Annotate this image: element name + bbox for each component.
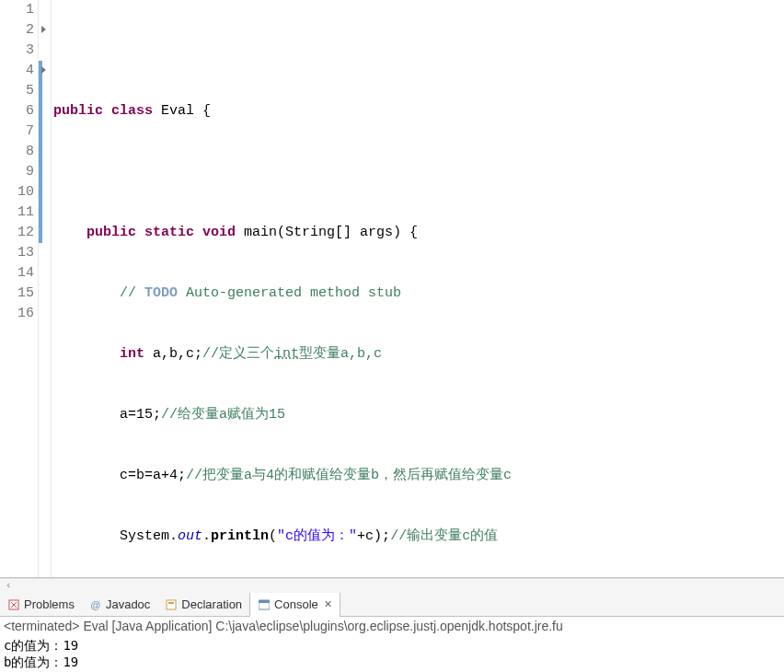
tab-label: Problems [24, 597, 75, 611]
marker-strip [39, 0, 52, 577]
tab-javadoc[interactable]: @ Javadoc [82, 593, 157, 617]
javadoc-icon: @ [89, 598, 102, 611]
view-tabs: Problems @ Javadoc Declaration Console ✕ [0, 593, 784, 617]
keyword: public [53, 103, 103, 119]
comment: //定义三个 [202, 346, 274, 362]
line-number: 3 [0, 41, 34, 61]
svg-rect-6 [259, 600, 270, 603]
change-marker [39, 81, 42, 101]
comment: int [274, 346, 299, 362]
code-text: a=15; [120, 407, 161, 423]
keyword: int [120, 346, 144, 362]
fold-icon[interactable] [41, 26, 46, 33]
code-area[interactable]: public class Eval { public static void m… [52, 0, 784, 577]
line-number: 10 [0, 182, 34, 203]
problems-icon [7, 598, 20, 611]
console-icon [258, 598, 271, 611]
console-line: b的值为：19 [4, 654, 780, 670]
horizontal-scrollbar[interactable] [0, 578, 784, 593]
line-number: 1 [0, 0, 34, 20]
code-text: ( [269, 528, 277, 544]
bottom-panel: Problems @ Javadoc Declaration Console ✕… [0, 593, 784, 672]
editor-panel: 1 2 3 4 5 6 7 8 9 10 11 12 13 14 15 16 [0, 0, 784, 593]
tab-label: Console [274, 597, 318, 611]
line-number: 9 [0, 162, 34, 182]
comment: Auto-generated method stub [178, 285, 401, 301]
line-number: 2 [0, 20, 34, 41]
line-number: 5 [0, 81, 34, 101]
change-marker [39, 142, 42, 162]
line-number: 6 [0, 101, 34, 122]
line-number: 15 [0, 284, 34, 304]
svg-rect-4 [168, 602, 174, 604]
string-literal: "c的值为：" [277, 528, 357, 544]
comment: //把变量a与4的和赋值给变量b，然后再赋值给变量c [186, 468, 512, 483]
close-icon[interactable]: ✕ [322, 598, 332, 610]
tab-console[interactable]: Console ✕ [249, 593, 340, 617]
code-editor[interactable]: 1 2 3 4 5 6 7 8 9 10 11 12 13 14 15 16 [0, 0, 784, 578]
comment: // [120, 285, 144, 301]
code-text: System. [120, 528, 178, 544]
change-marker [39, 203, 42, 223]
line-number-gutter: 1 2 3 4 5 6 7 8 9 10 11 12 13 14 15 16 [0, 0, 39, 577]
keyword: void [202, 225, 236, 240]
todo-tag: TODO [144, 285, 178, 301]
change-marker [39, 182, 42, 203]
tab-label: Declaration [181, 597, 242, 611]
declaration-icon [165, 598, 178, 611]
line-number: 7 [0, 122, 34, 142]
tab-label: Javadoc [106, 597, 150, 611]
code-text: . [202, 528, 211, 544]
change-marker [39, 101, 42, 122]
change-marker [39, 162, 42, 182]
change-marker [39, 122, 42, 142]
console-output[interactable]: c的值为：19 b的值为：19 [0, 635, 784, 672]
tab-declaration[interactable]: Declaration [157, 593, 249, 617]
keyword: class [111, 103, 153, 119]
code-text: +c); [357, 528, 390, 544]
keyword: static [144, 225, 194, 240]
code-text: c=b=a+4; [120, 468, 186, 483]
code-text: Eval { [153, 103, 211, 119]
line-number: 11 [0, 203, 34, 223]
console-line: c的值为：19 [4, 637, 780, 654]
change-marker [39, 223, 42, 243]
code-text: main(String[] args) { [236, 225, 418, 240]
code-text: a,b,c; [144, 346, 202, 362]
console-status: <terminated> Eval [Java Application] C:\… [0, 617, 784, 635]
line-number: 4 [0, 61, 34, 81]
line-number: 13 [0, 243, 34, 263]
line-number: 12 [0, 223, 34, 243]
comment: //给变量a赋值为15 [161, 407, 285, 423]
line-number: 16 [0, 304, 34, 324]
comment: 型变量a,b,c [299, 346, 382, 362]
method-call: println [211, 528, 269, 544]
fold-icon[interactable] [41, 66, 46, 74]
line-number: 14 [0, 263, 34, 284]
line-number: 8 [0, 142, 34, 162]
keyword: public [86, 225, 136, 240]
comment: //输出变量c的值 [390, 528, 498, 544]
field-ref: out [178, 528, 202, 544]
svg-rect-3 [167, 600, 176, 609]
tab-problems[interactable]: Problems [0, 593, 82, 617]
